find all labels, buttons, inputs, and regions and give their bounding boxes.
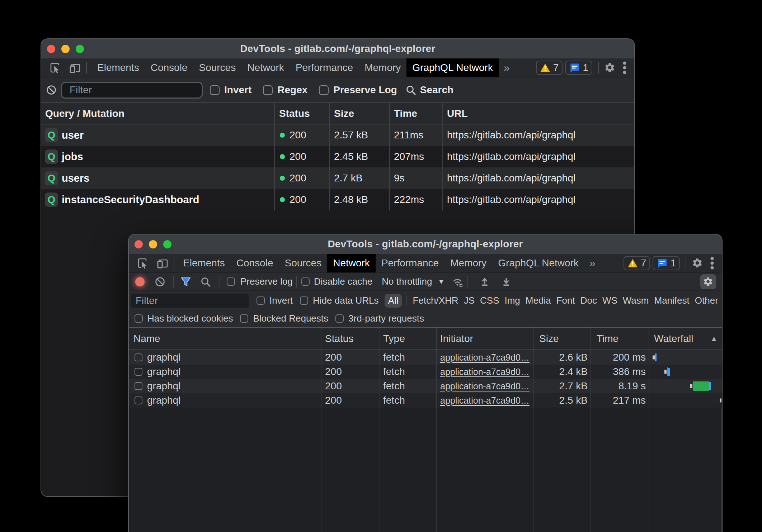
- inspect-element-icon[interactable]: [136, 257, 149, 270]
- type-filter-wasm[interactable]: Wasm: [623, 295, 649, 306]
- tab-graphql-network[interactable]: GraphQL Network: [492, 254, 584, 272]
- zoom-button[interactable]: [163, 240, 171, 248]
- network-conditions-icon[interactable]: [452, 277, 462, 287]
- tab-console[interactable]: Console: [145, 58, 193, 77]
- issues-badge[interactable]: 1: [653, 256, 680, 270]
- tab-sources[interactable]: Sources: [279, 254, 327, 272]
- table-row[interactable]: graphql 200 fetch application-a7ca9d0… 2…: [129, 379, 722, 393]
- tab-sources[interactable]: Sources: [193, 58, 241, 77]
- tab-graphql-network[interactable]: GraphQL Network: [406, 58, 499, 77]
- close-button[interactable]: [135, 240, 143, 248]
- type-filter-css[interactable]: CSS: [480, 295, 499, 306]
- record-icon[interactable]: [135, 277, 145, 286]
- table-row[interactable]: QinstanceSecurityDashboard 200 2.48 kB 2…: [41, 189, 634, 210]
- row-checkbox[interactable]: [135, 353, 142, 361]
- filter-input[interactable]: [61, 82, 203, 99]
- initiator-link[interactable]: application-a7ca9d0…: [440, 381, 530, 391]
- column-header-initiator[interactable]: Initiator: [437, 328, 534, 350]
- zoom-button[interactable]: [76, 45, 84, 53]
- column-header-time[interactable]: Time: [390, 103, 443, 124]
- column-header-size[interactable]: Size: [330, 103, 390, 124]
- tab-memory[interactable]: Memory: [445, 254, 492, 272]
- preserve-log-checkbox[interactable]: [227, 277, 235, 286]
- clear-icon[interactable]: [155, 277, 165, 287]
- kebab-menu-icon[interactable]: [710, 257, 714, 270]
- table-row[interactable]: graphql 200 fetch application-a7ca9d0… 2…: [129, 365, 722, 379]
- column-header-name[interactable]: Name: [129, 328, 321, 350]
- tab-performance[interactable]: Performance: [290, 58, 359, 77]
- type-filter-manifest[interactable]: Manifest: [654, 295, 690, 306]
- disable-cache-checkbox[interactable]: [301, 277, 310, 286]
- third-party-requests-checkbox[interactable]: [335, 314, 344, 323]
- has-blocked-cookies-checkbox[interactable]: [135, 314, 143, 323]
- type-filter-media[interactable]: Media: [526, 295, 551, 306]
- export-har-icon[interactable]: [502, 277, 511, 286]
- warnings-badge[interactable]: 7: [624, 256, 650, 270]
- search-icon[interactable]: [201, 277, 211, 287]
- search-toggle[interactable]: Search: [406, 84, 453, 96]
- blocked-requests-checkbox[interactable]: [240, 314, 248, 323]
- row-checkbox[interactable]: [135, 396, 142, 404]
- settings-gear-icon[interactable]: [692, 257, 703, 269]
- type-filter-ws[interactable]: WS: [602, 295, 617, 306]
- table-row[interactable]: Quser 200 2.57 kB 211ms https://gitlab.c…: [41, 124, 634, 146]
- type-filter-js[interactable]: JS: [464, 295, 475, 306]
- table-row[interactable]: Qusers 200 2.7 kB 9s https://gitlab.com/…: [41, 167, 634, 189]
- initiator-link[interactable]: application-a7ca9d0…: [440, 367, 530, 377]
- filter-funnel-icon[interactable]: [180, 277, 191, 287]
- tab-network[interactable]: Network: [241, 58, 290, 77]
- tab-console[interactable]: Console: [231, 254, 279, 272]
- tab-elements[interactable]: Elements: [91, 58, 145, 77]
- settings-gear-icon[interactable]: [604, 62, 616, 73]
- kebab-menu-icon[interactable]: [623, 61, 626, 74]
- column-header-status[interactable]: Status: [275, 103, 330, 124]
- table-row[interactable]: Qjobs 200 2.45 kB 207ms https://gitlab.c…: [41, 146, 634, 167]
- column-header-query-mutation[interactable]: Query / Mutation: [41, 103, 275, 124]
- column-header-waterfall[interactable]: Waterfall▲: [649, 328, 722, 350]
- device-toolbar-icon[interactable]: [156, 257, 169, 270]
- type-filter-doc[interactable]: Doc: [580, 295, 597, 306]
- titlebar[interactable]: DevTools - gitlab.com/-/graphql-explorer: [129, 234, 722, 254]
- row-checkbox[interactable]: [135, 382, 142, 390]
- more-tabs-icon[interactable]: »: [584, 254, 600, 272]
- row-checkbox[interactable]: [135, 368, 142, 376]
- tab-elements[interactable]: Elements: [177, 254, 231, 272]
- table-row[interactable]: graphql 200 fetch application-a7ca9d0… 2…: [129, 393, 722, 408]
- column-header-time[interactable]: Time: [591, 328, 649, 350]
- titlebar[interactable]: DevTools - gitlab.com/-/graphql-explorer: [41, 39, 634, 58]
- initiator-link[interactable]: application-a7ca9d0…: [440, 395, 530, 406]
- column-header-size[interactable]: Size: [534, 328, 591, 350]
- close-button[interactable]: [47, 45, 55, 53]
- minimize-button[interactable]: [149, 240, 157, 248]
- network-settings-gear-icon[interactable]: [700, 274, 716, 289]
- chevron-down-icon[interactable]: ▼: [438, 278, 445, 286]
- regex-checkbox[interactable]: [263, 85, 273, 95]
- type-filter-fetch-xhr[interactable]: Fetch/XHR: [413, 295, 458, 306]
- type-filter-img[interactable]: Img: [504, 295, 520, 306]
- type-filter-other[interactable]: Other: [695, 295, 718, 306]
- type-filter-font[interactable]: Font: [556, 295, 575, 306]
- column-header-url[interactable]: URL: [443, 103, 634, 124]
- column-header-status[interactable]: Status: [321, 328, 380, 350]
- device-toolbar-icon[interactable]: [68, 61, 81, 74]
- issues-badge[interactable]: 1: [565, 61, 592, 75]
- import-har-icon[interactable]: [480, 277, 489, 286]
- initiator-link[interactable]: application-a7ca9d0…: [440, 352, 530, 363]
- inspect-element-icon[interactable]: [49, 61, 62, 74]
- tab-performance[interactable]: Performance: [376, 254, 445, 272]
- tab-network[interactable]: Network: [327, 254, 376, 272]
- hide-data-urls-checkbox[interactable]: [300, 296, 308, 305]
- filter-input[interactable]: [131, 294, 249, 308]
- preserve-log-checkbox[interactable]: [319, 85, 329, 95]
- throttling-select[interactable]: No throttling: [382, 276, 432, 287]
- type-filter-all[interactable]: All: [385, 294, 402, 308]
- warnings-badge[interactable]: 7: [536, 61, 563, 75]
- table-row[interactable]: graphql 200 fetch application-a7ca9d0… 2…: [129, 350, 722, 365]
- more-tabs-icon[interactable]: »: [499, 58, 514, 77]
- invert-checkbox[interactable]: [210, 85, 220, 95]
- tab-memory[interactable]: Memory: [359, 58, 406, 77]
- invert-checkbox[interactable]: [257, 296, 265, 305]
- minimize-button[interactable]: [61, 45, 70, 53]
- clear-icon[interactable]: [46, 85, 56, 95]
- column-header-type[interactable]: Type: [380, 328, 437, 350]
